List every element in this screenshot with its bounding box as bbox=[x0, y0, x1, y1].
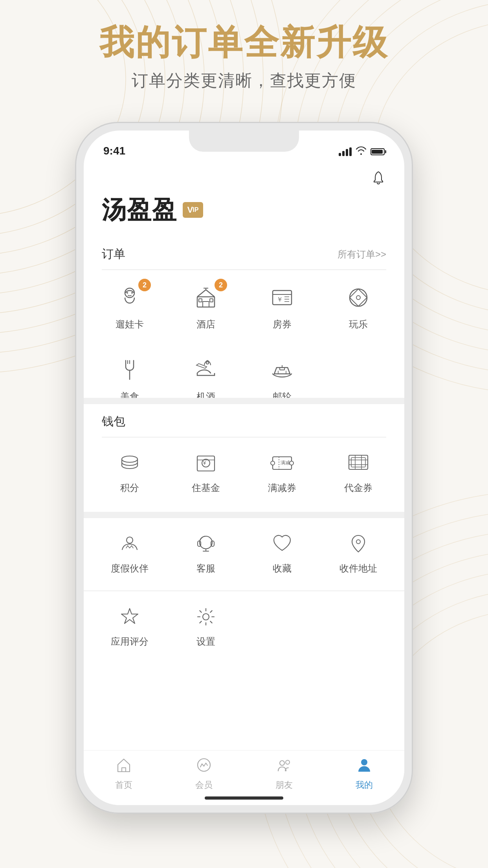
svg-point-77 bbox=[286, 760, 290, 764]
nav-label-home: 首页 bbox=[115, 779, 132, 791]
service-label-settings: 设置 bbox=[196, 635, 215, 648]
service-item-customer-service[interactable]: 客服 bbox=[168, 522, 244, 583]
status-icons bbox=[339, 146, 385, 157]
order-item-room-voucher[interactable]: ￥ 房券 bbox=[244, 274, 320, 338]
service-label-vacation-partner: 度假伙伴 bbox=[111, 562, 149, 575]
svg-rect-26 bbox=[203, 302, 209, 307]
svg-point-78 bbox=[361, 759, 367, 765]
services-grid-row1: 度假伙伴 客服 bbox=[84, 518, 404, 587]
services-section-row1: 度假伙伴 客服 bbox=[84, 518, 404, 587]
svg-point-23 bbox=[127, 292, 128, 294]
user-name-area: 汤盈盈 V IP bbox=[102, 193, 203, 226]
svg-point-52 bbox=[122, 456, 138, 462]
service-label-customer-service: 客服 bbox=[196, 562, 215, 575]
nav-item-friends[interactable]: 朋友 bbox=[244, 757, 324, 791]
svg-point-24 bbox=[131, 292, 133, 294]
order-item-hotel[interactable]: 2 酒店 bbox=[168, 274, 244, 338]
orders-grid-row1: 2 遛娃卡 bbox=[84, 270, 404, 346]
svg-point-37 bbox=[350, 289, 367, 306]
home-nav-icon bbox=[116, 757, 132, 777]
header-area: 我的订单全新升级 订单分类更清晰，查找更方便 bbox=[0, 24, 488, 92]
svg-rect-27 bbox=[199, 299, 202, 302]
home-indicator bbox=[205, 796, 283, 800]
section-separator-2 bbox=[84, 512, 404, 518]
status-time: 9:41 bbox=[103, 145, 125, 157]
all-orders-link[interactable]: 所有订单>> bbox=[338, 248, 386, 261]
svg-rect-71 bbox=[211, 541, 214, 546]
orders-title: 订单 bbox=[102, 246, 125, 262]
svg-rect-28 bbox=[210, 299, 213, 302]
order-label-entertainment: 玩乐 bbox=[349, 318, 368, 331]
svg-text:满减: 满减 bbox=[281, 460, 290, 465]
header-subtitle: 订单分类更清晰，查找更方便 bbox=[0, 70, 488, 92]
phone-frame: 9:41 bbox=[75, 122, 413, 814]
wallet-item-points[interactable]: 积分 bbox=[92, 441, 168, 502]
svg-marker-73 bbox=[121, 609, 138, 623]
svg-text:￥: ￥ bbox=[277, 296, 283, 303]
wallet-header: 钱包 bbox=[84, 404, 404, 437]
order-item-entertainment[interactable]: 玩乐 bbox=[320, 274, 396, 338]
order-item-baby-card[interactable]: 2 遛娃卡 bbox=[92, 274, 168, 338]
nav-label-mine: 我的 bbox=[356, 779, 373, 791]
svg-point-76 bbox=[280, 761, 284, 765]
vip-badge: V IP bbox=[183, 202, 203, 218]
wallet-label-voucher: 代金券 bbox=[344, 482, 372, 494]
mine-nav-icon bbox=[356, 757, 372, 777]
svg-rect-48 bbox=[280, 368, 284, 370]
service-item-favorites[interactable]: 收藏 bbox=[244, 522, 320, 583]
svg-point-59 bbox=[290, 461, 294, 465]
wifi-icon bbox=[356, 146, 367, 157]
service-item-app-rating[interactable]: 应用评分 bbox=[92, 595, 168, 656]
signal-icon bbox=[339, 147, 352, 156]
wallet-label-housing-fund: 住基金 bbox=[192, 482, 220, 494]
wallet-grid: 积分 ¥ 住基金 bbox=[84, 438, 404, 510]
badge-baby-card: 2 bbox=[138, 279, 151, 291]
nav-item-member[interactable]: 会员 bbox=[164, 757, 244, 791]
nav-label-friends: 朋友 bbox=[275, 779, 293, 791]
nav-item-home[interactable]: 首页 bbox=[84, 757, 164, 791]
svg-text:¥: ¥ bbox=[203, 460, 206, 466]
bell-button[interactable] bbox=[371, 170, 386, 187]
orders-section-header: 订单 所有订单>> bbox=[84, 237, 404, 269]
order-label-hotel: 酒店 bbox=[196, 318, 215, 331]
service-label-app-rating: 应用评分 bbox=[111, 635, 149, 648]
svg-point-74 bbox=[203, 614, 209, 620]
services-section-row2: 应用评分 设置 bbox=[84, 591, 404, 660]
service-item-vacation-partner[interactable]: 度假伙伴 bbox=[92, 522, 168, 583]
user-name: 汤盈盈 bbox=[102, 193, 177, 226]
order-label-room-voucher: 房券 bbox=[273, 318, 292, 331]
badge-hotel: 2 bbox=[215, 279, 227, 291]
wallet-item-housing-fund[interactable]: ¥ 住基金 bbox=[168, 441, 244, 502]
member-nav-icon bbox=[196, 757, 212, 777]
battery-icon bbox=[371, 148, 385, 155]
svg-point-42 bbox=[356, 296, 360, 300]
wallet-item-discount[interactable]: 满减 满减券 bbox=[244, 441, 320, 502]
wallet-section: 钱包 积分 bbox=[84, 404, 404, 510]
svg-point-47 bbox=[206, 362, 209, 364]
service-item-settings[interactable]: 设置 bbox=[168, 595, 244, 656]
nav-label-member: 会员 bbox=[195, 779, 213, 791]
service-label-favorites: 收藏 bbox=[273, 562, 292, 575]
header-title: 我的订单全新升级 bbox=[0, 24, 488, 62]
order-label-baby-card: 遛娃卡 bbox=[116, 318, 144, 331]
svg-rect-63 bbox=[351, 458, 365, 467]
services-grid-row2: 应用评分 设置 bbox=[84, 591, 404, 660]
service-item-address[interactable]: 收件地址 bbox=[320, 522, 396, 583]
svg-point-58 bbox=[271, 461, 275, 465]
orders-section: 订单 所有订单>> bbox=[84, 237, 404, 419]
wallet-item-voucher[interactable]: 代金券 bbox=[320, 441, 396, 502]
screen-content: 汤盈盈 V IP 订单 所有订单>> bbox=[84, 162, 404, 805]
section-separator-1 bbox=[84, 398, 404, 404]
svg-point-72 bbox=[356, 540, 360, 544]
service-label-address: 收件地址 bbox=[339, 562, 377, 575]
svg-point-68 bbox=[127, 537, 133, 543]
svg-point-75 bbox=[198, 759, 210, 771]
wallet-title: 钱包 bbox=[102, 414, 125, 430]
nav-item-mine[interactable]: 我的 bbox=[324, 757, 404, 791]
wallet-label-points: 积分 bbox=[120, 482, 139, 494]
wallet-label-discount: 满减券 bbox=[268, 482, 296, 494]
friends-nav-icon bbox=[276, 757, 292, 777]
phone-screen: 9:41 bbox=[84, 131, 404, 805]
phone-notch bbox=[189, 131, 299, 152]
